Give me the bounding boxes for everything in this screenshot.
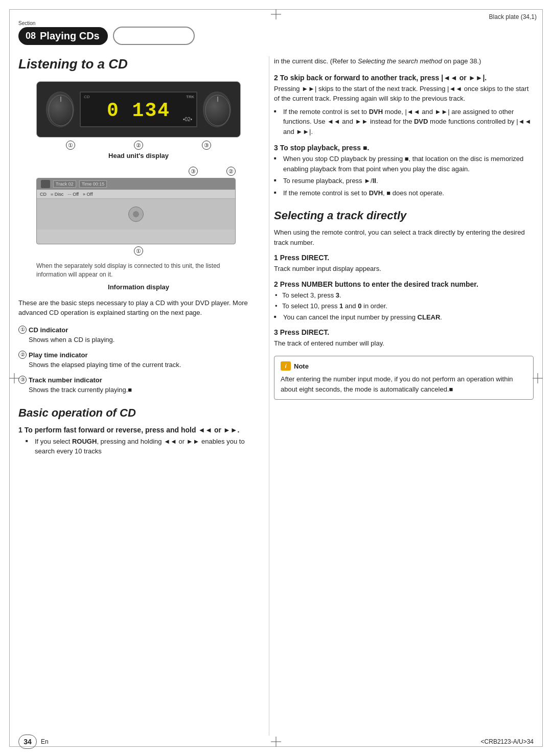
basic-op-title: Basic operation of CD [18, 406, 259, 420]
sel-step1-body: Track number input display appears. [274, 264, 534, 274]
callout-1: ① [66, 141, 75, 150]
step1-heading: 1 To perform fast forward or reverse, pr… [18, 426, 239, 434]
left-column: Listening to a CD CD TRK 0 134 •02• [18, 56, 259, 461]
page-title: Listening to a CD [18, 56, 259, 72]
section-title-text: Playing CDs [40, 30, 100, 42]
indicator-num-2: ② [18, 351, 27, 359]
status-off2: » Off [83, 192, 93, 197]
select-title: Selecting a track directly [274, 209, 534, 222]
indicator-num-1: ① [18, 326, 27, 334]
callout-2: ② [134, 141, 143, 150]
indicator-item-3: ③ Track number indicator Shows the track… [18, 375, 259, 395]
indicator-list: ① CD indicator Shows when a CD is playin… [18, 325, 259, 395]
hu-number: 0 134 [107, 100, 170, 122]
column-divider [269, 56, 269, 736]
note-box: i Note After entering the number input m… [274, 356, 534, 400]
step2-heading: 2 To skip back or forward to another tra… [274, 74, 534, 82]
indicator-item-2: ② Play time indicator Shows the elapsed … [18, 350, 259, 370]
section-pill: 08 Playing CDs [18, 27, 108, 45]
section-header: Section 08 Playing CDs [18, 27, 195, 45]
hu-right-knob [203, 91, 231, 127]
status-disc: = Disc [51, 192, 63, 197]
indicator-text-2: Shows the elapsed playing time of the cu… [29, 361, 181, 369]
head-unit-display: CD TRK 0 134 •02• [36, 81, 241, 138]
sel-step2-bullet1: You can cancel the input number by press… [274, 312, 534, 323]
note-icon: i [281, 361, 291, 371]
head-unit-label: Head unit's display [18, 152, 259, 159]
step3-bullet3: If the remote control is set to DVH, ■ d… [274, 188, 534, 198]
section-pill-outline [113, 27, 195, 45]
indicator-text-3: Shows the track currently playing.■ [29, 386, 132, 394]
section-label: Section [18, 20, 35, 26]
indicator-item-1: ① CD indicator Shows when a CD is playin… [18, 325, 259, 345]
info-caption: When the separately sold display is conn… [36, 262, 236, 279]
bottom-right: <CRB2123-A/U>34 [481, 738, 534, 745]
step1: 1 To perform fast forward or reverse, pr… [18, 425, 259, 456]
step1-bullet1: If you select ROUGH, pressing and holdin… [26, 437, 259, 456]
sel-step2-dot1: To select 3, press 3. [274, 290, 534, 301]
crosshair-top [271, 9, 281, 19]
time-info: Time 00:15 [79, 180, 107, 188]
hu-trk-label: TRK [186, 95, 194, 99]
crosshair-left [9, 373, 19, 383]
sel-step3-heading: 3 Press DIRECT. [274, 328, 534, 336]
info-callout-3: ③ [189, 167, 198, 176]
right-intro: in the current disc. (Refer to Selecting… [274, 56, 534, 66]
info-display-wrap: ③ ② Track 02 Time 00:15 CD = Disc ··· Of… [36, 167, 241, 291]
hu-screen: CD TRK 0 134 •02• [80, 91, 197, 127]
info-display-label: Information display [36, 283, 241, 291]
step3-heading: 3 To stop playback, press ■. [274, 144, 534, 152]
note-header: i Note [281, 361, 527, 372]
sel-step2-heading: 2 Press NUMBER buttons to enter the desi… [274, 280, 534, 288]
info-screen-toolbar: Track 02 Time 00:15 [37, 178, 235, 190]
track-info: Track 02 [53, 180, 76, 188]
indicator-bold-2: Play time indicator [29, 351, 88, 359]
bottom-en: En [41, 738, 49, 745]
hu-dots: •02• [183, 117, 192, 122]
indicator-bold-3: Track number indicator [29, 376, 102, 384]
info-bottom-callout: ① [36, 246, 241, 257]
right-column: in the current disc. (Refer to Selecting… [274, 56, 534, 400]
indicator-text-1: Shows when a CD is playing. [29, 336, 114, 343]
cd-icon-toolbar [41, 180, 50, 188]
hu-left-knob [46, 91, 74, 127]
content-area: Listening to a CD CD TRK 0 134 •02• [18, 56, 534, 736]
info-screen: Track 02 Time 00:15 CD = Disc ··· Off » … [36, 178, 236, 244]
bottom-bar: 34 En <CRB2123-A/U>34 [18, 735, 534, 749]
status-off1: ··· Off [67, 192, 79, 197]
crosshair-right [533, 373, 543, 383]
status-cd: CD [40, 192, 47, 197]
select-intro: When using the remote control, you can s… [274, 227, 534, 247]
sel-step2-dot2: To select 10, press 1 and 0 in order. [274, 301, 534, 311]
hu-cd-label: CD [84, 95, 90, 99]
step3-bullet2: To resume playback, press ►/II. [274, 176, 534, 186]
indicator-bold-1: CD indicator [29, 326, 68, 334]
page-number: 34 [18, 735, 37, 749]
intro-text: These are the basic steps necessary to p… [18, 298, 259, 318]
sel-step3-body: The track of entered number will play. [274, 338, 534, 349]
callout-3: ③ [202, 141, 211, 150]
info-callout-2: ② [226, 167, 236, 176]
info-screen-content [37, 199, 235, 230]
note-label: Note [294, 361, 309, 372]
section-number: 08 [26, 31, 36, 41]
info-callout-1: ① [134, 246, 143, 256]
indicator-num-3: ③ [18, 376, 27, 384]
note-body: After entering the number input mode, if… [281, 374, 527, 394]
step3-bullet1: When you stop CD playback by pressing ■,… [274, 154, 534, 174]
step2-bullet1: If the remote control is set to DVH mode… [274, 107, 534, 137]
top-right-label: Black plate (34,1) [489, 13, 537, 20]
step1-body: If you select ROUGH, pressing and holdin… [18, 437, 259, 456]
step2-body: Pressing ►►| skips to the start of the n… [274, 84, 534, 104]
info-screen-status: CD = Disc ··· Off » Off [37, 190, 235, 199]
sel-step1-heading: 1 Press DIRECT. [274, 254, 534, 262]
cd-disc-icon [128, 207, 144, 222]
info-top-callouts: ③ ② [36, 167, 236, 177]
